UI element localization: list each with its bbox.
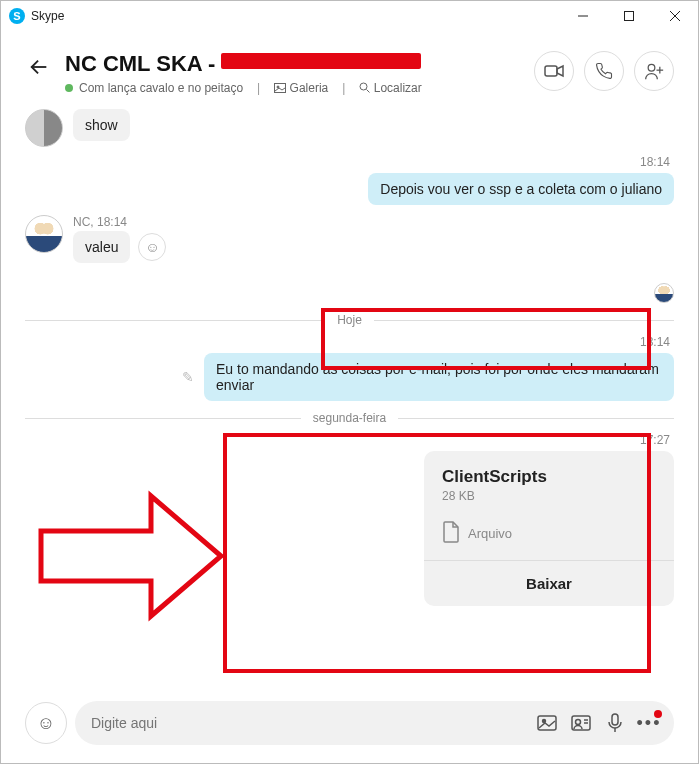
- attach-media-button[interactable]: [530, 706, 564, 740]
- file-icon: [442, 521, 460, 546]
- avatar[interactable]: [25, 215, 63, 253]
- react-button[interactable]: ☺: [138, 233, 166, 261]
- avatar[interactable]: [25, 109, 63, 147]
- timestamp: 18:14: [25, 155, 670, 169]
- voice-message-button[interactable]: [598, 706, 632, 740]
- app-name: Skype: [31, 9, 64, 23]
- add-participant-button[interactable]: [634, 51, 674, 91]
- redacted-title-portion: [221, 53, 421, 69]
- edit-icon[interactable]: ✎: [182, 369, 194, 385]
- emoji-button[interactable]: ☺: [25, 702, 67, 744]
- svg-point-7: [360, 83, 367, 90]
- close-button[interactable]: [652, 1, 698, 31]
- svg-point-15: [543, 720, 546, 723]
- message-input-wrap: •••: [75, 701, 674, 745]
- svg-line-8: [367, 90, 370, 93]
- message-composer: ☺ •••: [25, 701, 674, 745]
- svg-rect-9: [545, 66, 557, 76]
- svg-rect-5: [275, 84, 286, 93]
- timestamp: 17:27: [25, 433, 670, 447]
- skype-logo-icon: S: [9, 8, 25, 24]
- message-out[interactable]: Eu to mandando as coisas por e-mail, poi…: [204, 353, 674, 401]
- presence-status: Com lança cavalo e no peitaço: [65, 81, 243, 95]
- search-link[interactable]: Localizar: [359, 81, 421, 95]
- window-titlebar: S Skype: [1, 1, 698, 31]
- file-attachment-card[interactable]: ClientScripts 28 KB Arquivo Baixar: [424, 451, 674, 606]
- message-in[interactable]: valeu: [73, 231, 130, 263]
- svg-marker-10: [557, 66, 563, 76]
- svg-point-11: [648, 64, 655, 71]
- window-controls: [560, 1, 698, 31]
- message-meta: NC, 18:14: [73, 215, 166, 229]
- date-separator: segunda-feira: [25, 411, 674, 425]
- back-button[interactable]: [25, 53, 53, 81]
- date-separator: Hoje: [25, 313, 674, 327]
- download-button[interactable]: Baixar: [424, 560, 674, 606]
- file-name: ClientScripts: [442, 467, 656, 487]
- chat-title: NC CML SKA -: [65, 51, 215, 77]
- svg-rect-20: [612, 714, 618, 725]
- chat-area[interactable]: show 18:14 Depois vou ver o ssp e a cole…: [1, 109, 698, 606]
- video-call-button[interactable]: [534, 51, 574, 91]
- read-receipt-avatar: [654, 283, 674, 303]
- minimize-button[interactable]: [560, 1, 606, 31]
- audio-call-button[interactable]: [584, 51, 624, 91]
- presence-dot-icon: [65, 84, 73, 92]
- notification-dot-icon: [654, 710, 662, 718]
- message-input[interactable]: [91, 715, 530, 731]
- gallery-link[interactable]: Galeria: [274, 81, 328, 95]
- contact-card-button[interactable]: [564, 706, 598, 740]
- svg-point-17: [576, 720, 581, 725]
- message-in[interactable]: show: [73, 109, 130, 141]
- more-options-button[interactable]: •••: [632, 706, 666, 740]
- chat-header: NC CML SKA - Com lança cavalo e no peita…: [1, 31, 698, 109]
- svg-rect-1: [625, 12, 634, 21]
- file-type-label: Arquivo: [468, 526, 512, 541]
- timestamp: 13:14: [25, 335, 670, 349]
- maximize-button[interactable]: [606, 1, 652, 31]
- message-out[interactable]: Depois vou ver o ssp e a coleta com o ju…: [368, 173, 674, 205]
- file-size: 28 KB: [442, 489, 656, 503]
